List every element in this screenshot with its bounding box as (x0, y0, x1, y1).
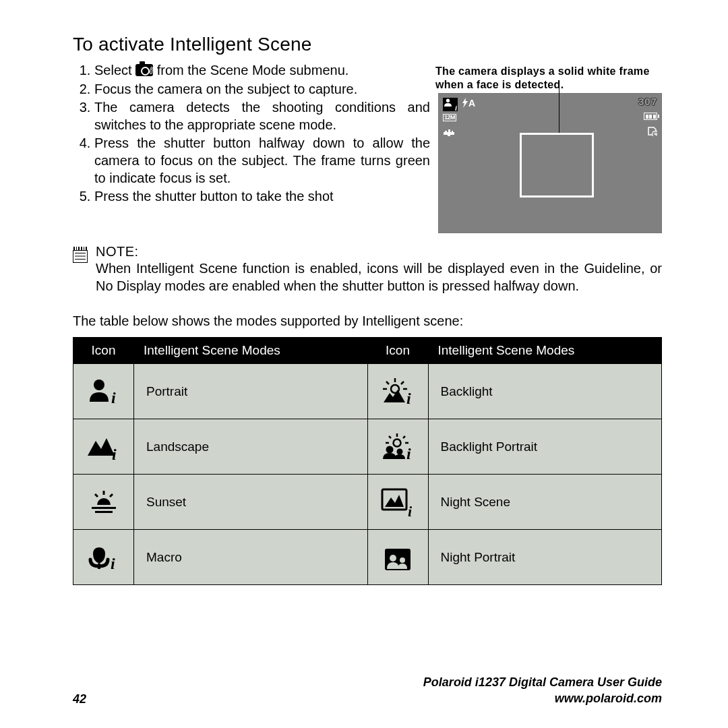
sunset-label: Sunset (134, 475, 368, 530)
stabilizer-indicator-icon (443, 127, 455, 137)
face-detect-frame (520, 133, 594, 198)
note-text: When Intelligent Scene function is enabl… (96, 260, 662, 295)
battery-indicator-icon (644, 113, 657, 120)
night-scene-label: Night Scene (428, 475, 662, 530)
camera-mode-icon: i (135, 64, 153, 76)
svg-text:i: i (408, 503, 413, 518)
svg-rect-29 (92, 507, 116, 509)
svg-line-11 (401, 382, 404, 384)
backlight-icon: i (367, 364, 428, 419)
svg-rect-2 (445, 131, 447, 132)
svg-text:i: i (406, 390, 411, 406)
landscape-icon: i (73, 419, 134, 475)
svg-point-24 (397, 448, 403, 454)
svg-line-19 (403, 436, 405, 438)
step-5: Press the shutter button to take the sho… (94, 188, 430, 206)
backlight-portrait-icon: i (367, 419, 428, 475)
svg-rect-30 (95, 511, 113, 513)
svg-line-10 (386, 382, 389, 384)
svg-line-18 (389, 436, 391, 438)
svg-point-22 (394, 439, 401, 446)
night-portrait-icon (367, 530, 428, 585)
col-mode-2: Intelligent Scene Modes (428, 338, 662, 364)
step-1b: from the Scene Mode submenu. (153, 63, 348, 78)
shots-remaining: 307 (638, 96, 657, 107)
macro-icon: i (73, 530, 134, 585)
page-number: 42 (73, 692, 86, 706)
svg-point-0 (446, 99, 450, 102)
resolution-indicator: 12M (443, 114, 456, 121)
svg-text:i: i (111, 555, 115, 572)
step-1a: Select (94, 63, 135, 78)
section-title: To activate Intelligent Scene (73, 34, 662, 55)
svg-rect-4 (452, 131, 453, 132)
svg-text:i: i (406, 445, 411, 462)
svg-text:i: i (111, 389, 116, 406)
scene-mode-indicator-icon: i (443, 98, 458, 111)
svg-point-37 (400, 557, 405, 563)
svg-rect-33 (98, 564, 100, 569)
portrait-label: Portrait (134, 364, 368, 419)
svg-point-7 (94, 380, 104, 390)
step-3: The camera detects the shooting conditio… (94, 99, 430, 133)
sunset-icon (73, 475, 134, 530)
night-scene-icon: i (367, 475, 428, 530)
step-2: Focus the camera on the subject to captu… (94, 81, 430, 98)
note-label: NOTE: (96, 244, 662, 260)
svg-line-28 (110, 494, 113, 497)
svg-text:i: i (112, 446, 117, 461)
screen-caption: The camera displays a solid white frame … (435, 65, 662, 92)
memory-card-indicator-icon (647, 126, 657, 136)
col-icon-1: Icon (73, 338, 134, 364)
footer-guide-title: Polaroid i1237 Digital Camera User Guide (423, 675, 662, 690)
svg-rect-1 (444, 132, 454, 135)
step-4: Press the shutter button halfway down to… (94, 135, 430, 187)
backlight-label: Backlight (428, 364, 662, 419)
svg-point-36 (390, 555, 396, 562)
col-mode-1: Intelligent Scene Modes (134, 338, 368, 364)
portrait-icon: i (73, 364, 134, 419)
backlight-portrait-label: Backlight Portrait (428, 419, 662, 475)
flash-auto-label: A (468, 98, 475, 109)
intelligent-scene-table: Icon Intelligent Scene Modes Icon Intell… (73, 337, 662, 585)
pointer-line (559, 82, 559, 134)
svg-line-27 (95, 494, 98, 497)
svg-rect-3 (448, 129, 450, 132)
landscape-label: Landscape (134, 419, 368, 475)
col-icon-2: Icon (367, 338, 428, 364)
svg-point-23 (386, 446, 394, 453)
flash-auto-indicator-icon: A (462, 98, 475, 108)
note-icon (73, 244, 89, 295)
macro-label: Macro (134, 530, 368, 585)
night-portrait-label: Night Portrait (428, 530, 662, 585)
table-intro: The table below shows the modes supporte… (73, 313, 662, 329)
activation-steps: Select i from the Scene Mode submenu. Fo… (73, 62, 430, 206)
footer-url: www.polaroid.com (423, 691, 662, 706)
camera-screen-preview: i A 12M 307 (438, 93, 662, 233)
svg-rect-5 (448, 135, 450, 136)
